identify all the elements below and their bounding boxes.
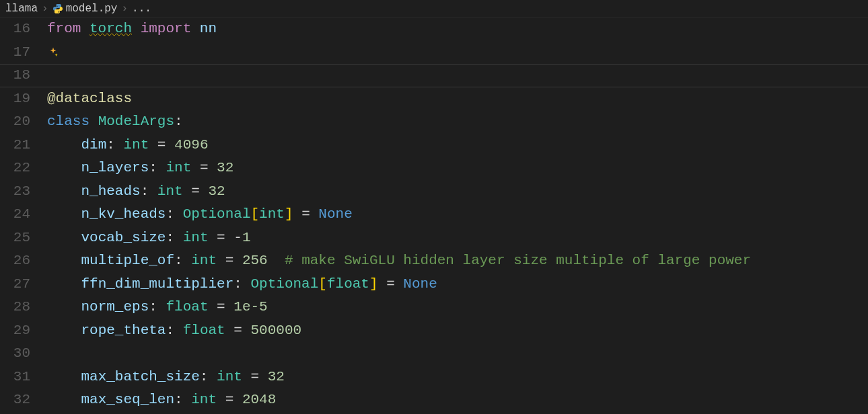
code-token: = — [208, 299, 233, 315]
code-token: : — [200, 369, 217, 384]
line-number: 17 — [0, 41, 30, 65]
code-token: = — [217, 392, 242, 407]
line-number: 21 — [0, 134, 30, 157]
code-token: int — [123, 137, 149, 153]
code-token: = — [208, 230, 233, 245]
code-token: 4096 — [174, 137, 208, 153]
code-line[interactable]: from torch import nn — [47, 17, 868, 41]
code-line[interactable]: vocab_size: int = -1 — [47, 226, 868, 250]
line-number: 23 — [0, 180, 30, 204]
code-token — [47, 183, 81, 199]
code-line[interactable]: rope_theta: float = 500000 — [47, 319, 868, 343]
code-token: import — [141, 21, 200, 36]
code-token: Optional — [183, 206, 251, 222]
code-token: : — [141, 183, 157, 199]
code-token: ] — [369, 276, 378, 292]
code-token: - — [233, 230, 242, 245]
code-line[interactable] — [47, 64, 868, 87]
breadcrumb-item-folder[interactable]: llama — [5, 3, 38, 15]
code-token: None — [403, 276, 437, 292]
code-line[interactable]: dim: int = 4096 — [47, 134, 868, 157]
code-token: max_seq_len — [81, 392, 174, 407]
code-token: nn — [200, 21, 217, 36]
code-token: = — [149, 137, 174, 153]
code-token: 1e-5 — [233, 299, 267, 315]
code-token: 32 — [268, 369, 285, 384]
code-token: = — [378, 276, 404, 292]
code-token: # make SwiGLU hidden layer size multiple… — [285, 253, 751, 268]
code-token: max_batch_size — [81, 369, 199, 384]
line-number: 16 — [0, 17, 30, 41]
code-token — [47, 206, 81, 222]
line-number: 25 — [0, 226, 30, 250]
code-editor[interactable]: 1617181920212223242526272829303132 from … — [0, 17, 868, 412]
code-token: ] — [285, 206, 293, 222]
line-number: 20 — [0, 110, 30, 134]
code-token: : — [166, 323, 182, 338]
code-token: : — [233, 276, 250, 292]
code-token: : — [166, 206, 182, 222]
code-token: ffn_dim_multiplier — [81, 276, 233, 292]
code-line[interactable]: n_kv_heads: Optional[int] = None — [47, 203, 868, 226]
code-token: int — [183, 230, 209, 245]
code-line[interactable]: @dataclass — [47, 87, 868, 111]
breadcrumb-item-file[interactable]: model.py — [66, 3, 118, 15]
chevron-right-icon: › — [42, 3, 48, 15]
code-token — [47, 137, 81, 153]
line-number: 28 — [0, 296, 30, 319]
code-token: [ — [318, 276, 327, 292]
code-token: float — [327, 276, 369, 292]
code-token: : — [174, 253, 191, 268]
code-line[interactable]: class ModelArgs: — [47, 110, 868, 134]
code-token: 2048 — [242, 392, 276, 407]
code-token — [47, 253, 81, 268]
code-token: int — [259, 206, 285, 222]
code-token: n_kv_heads — [81, 206, 166, 222]
line-number: 30 — [0, 342, 30, 366]
code-content[interactable]: from torch import nn@dataclassclass Mode… — [47, 17, 868, 412]
code-line[interactable] — [47, 342, 868, 366]
code-token: 32 — [217, 160, 233, 175]
chevron-right-icon: › — [121, 3, 128, 15]
line-number: 29 — [0, 319, 30, 343]
code-line[interactable]: ffn_dim_multiplier: Optional[float] = No… — [47, 273, 868, 296]
code-line[interactable]: n_heads: int = 32 — [47, 180, 868, 204]
code-token: int — [217, 369, 242, 384]
code-token: float — [183, 323, 225, 338]
code-line[interactable] — [47, 41, 868, 65]
code-token: int — [166, 160, 191, 175]
code-token: : — [106, 137, 123, 153]
code-token: : — [149, 160, 166, 175]
breadcrumb[interactable]: llama › model.py › ... — [0, 0, 868, 17]
code-line[interactable]: multiple_of: int = 256 # make SwiGLU hid… — [47, 249, 868, 273]
copilot-sparkle-icon — [47, 41, 59, 65]
breadcrumb-item-symbol[interactable]: ... — [132, 3, 151, 15]
code-token: n_layers — [81, 160, 149, 175]
code-token — [132, 21, 141, 36]
code-line[interactable]: norm_eps: float = 1e-5 — [47, 296, 868, 319]
python-file-icon — [52, 3, 63, 14]
code-token: = — [293, 206, 319, 222]
code-token: None — [318, 206, 352, 222]
code-token: 256 — [242, 253, 268, 268]
code-token: 500000 — [251, 323, 302, 338]
code-token: dim — [81, 137, 106, 153]
code-token: rope_theta — [81, 323, 166, 338]
code-token: int — [191, 392, 217, 407]
line-number: 26 — [0, 249, 30, 273]
code-line[interactable]: n_layers: int = 32 — [47, 157, 868, 180]
code-line[interactable]: max_seq_len: int = 2048 — [47, 388, 868, 412]
code-token: : — [174, 114, 183, 129]
code-token — [268, 253, 285, 268]
line-number: 32 — [0, 388, 30, 412]
code-token — [47, 230, 81, 245]
code-token: vocab_size — [81, 230, 166, 245]
code-token — [47, 369, 81, 384]
code-token: = — [191, 160, 217, 175]
code-token — [47, 276, 81, 292]
code-token: multiple_of — [81, 253, 174, 268]
code-line[interactable]: max_batch_size: int = 32 — [47, 366, 868, 389]
code-token: 1 — [242, 230, 251, 245]
code-token: [ — [251, 206, 260, 222]
code-token — [47, 323, 81, 338]
